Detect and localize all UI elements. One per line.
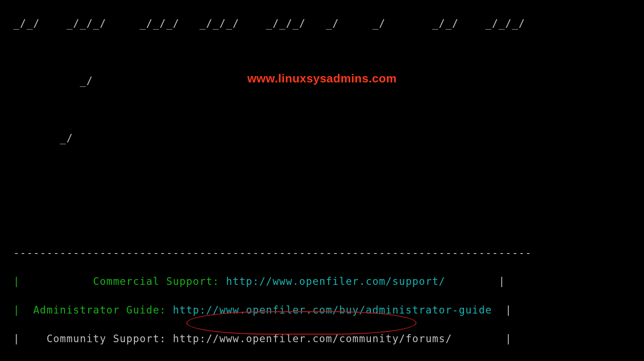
- community-support-label: | Community Support:: [0, 333, 173, 344]
- commercial-support-url: http://www.openfiler.com/support/: [226, 275, 499, 287]
- blank-line: [0, 159, 644, 174]
- admin-guide-label: | Administrator Guide:: [0, 304, 173, 316]
- commercial-support-label: | Commercial Support:: [0, 275, 226, 287]
- support-community-row: | Community Support: http://www.openfile…: [0, 331, 644, 346]
- ascii-art-line-2: _/: [0, 73, 644, 88]
- support-commercial-row: | Commercial Support: http://www.openfil…: [0, 274, 644, 288]
- blank-line: [0, 188, 644, 202]
- divider-top: ----------------------------------------…: [0, 245, 644, 260]
- blank-line: [0, 45, 644, 59]
- ascii-art-line-1: _/_/ _/_/_/ _/_/_/ _/_/_/ _/_/_/ _/ _/ _…: [0, 16, 644, 30]
- admin-guide-url: http://www.openfiler.com/buy/administrat…: [173, 304, 505, 316]
- row-end: |: [505, 304, 512, 316]
- blank-line: [0, 102, 644, 116]
- ascii-art-line-3: _/: [0, 131, 644, 145]
- row-end: |: [505, 333, 512, 344]
- support-admin-row: | Administrator Guide: http://www.openfi…: [0, 303, 644, 317]
- terminal-screen: _/_/ _/_/_/ _/_/_/ _/_/_/ _/_/_/ _/ _/ _…: [0, 0, 644, 361]
- community-support-url: http://www.openfiler.com/community/forum…: [173, 333, 505, 344]
- row-end: |: [498, 275, 505, 287]
- blank-line: [0, 217, 644, 231]
